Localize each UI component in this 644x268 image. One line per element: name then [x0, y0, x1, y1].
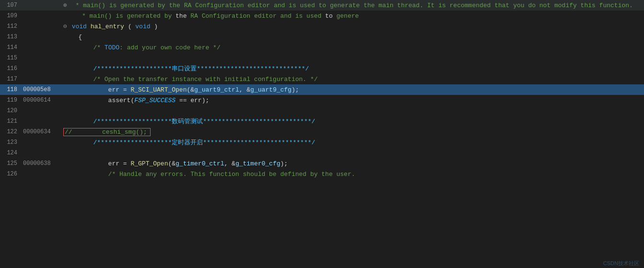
code-content-115 [61, 55, 644, 62]
line-number-115: 115 [0, 55, 23, 61]
line-number-118: 118 [0, 86, 23, 93]
chinese-digit: 数码管测试 [172, 118, 203, 125]
code-content-113: { [61, 34, 644, 41]
line-number-122: 122 [0, 128, 23, 135]
code-content-126: /* Handle any errors. This function shou… [61, 171, 644, 178]
code-content-109: * main() is generated by the RA Configur… [61, 12, 644, 20]
comment-109: * main() is generated by the RA Configur… [63, 12, 359, 20]
line-number-125: 125 [0, 160, 23, 167]
line-number-120: 120 [0, 107, 23, 114]
serial-comment-end-116: *****************************/ [197, 65, 309, 72]
chinese-timer: 定时器开启 [172, 139, 203, 146]
code-content-123: /********************定时器开启**************… [61, 138, 644, 147]
code-line-120: 120 [0, 105, 644, 116]
digit-comment-end-121: *****************************/ [203, 118, 315, 125]
code-content-117: /* Open the transfer instance with initi… [61, 76, 644, 83]
code-118-2: (& [187, 86, 194, 93]
code-line-125: 125 00000638 err = R_GPT_Open(&g_timer0_… [0, 158, 644, 169]
code-content-114: /* TODO: add your own code here */ [61, 44, 644, 51]
line-number-109: 109 [0, 12, 23, 19]
line-number-113: 113 [0, 34, 23, 40]
todo-comment-114: /* TODO: add your own code here */ [63, 44, 221, 51]
address-118: 000005e8 [23, 86, 61, 93]
param-125-1: g_timer0_ctrl [176, 160, 224, 167]
line-number-117: 117 [0, 76, 23, 82]
open-comment-117: /* Open the transfer instance with initi… [63, 76, 318, 83]
code-118-1: err = [63, 86, 130, 93]
code-line-123: 123 /********************定时器开启**********… [0, 137, 644, 148]
line-number-107: 107 [0, 2, 23, 9]
code-125-2: (& [168, 160, 176, 167]
chinese-serial: 串口设置 [172, 65, 197, 72]
param-118-2: g_uart9_cfg [250, 86, 292, 93]
fn-125: R_GPT_Open [130, 160, 168, 167]
code-content-116: /********************串口设置***************… [61, 64, 644, 73]
code-125-4: ); [281, 160, 288, 167]
code-content-122: // ceshi_smg(); [61, 128, 644, 136]
code-content-120 [61, 107, 644, 115]
type-112: void [72, 23, 91, 30]
code-125-1: err = [63, 160, 130, 167]
serial-comment-116: /******************** [63, 65, 172, 72]
line-number-112: 112 [0, 23, 23, 30]
code-119-2: == err); [176, 97, 209, 104]
code-editor: 107 ⊕ * main() is generated by the RA Co… [0, 0, 644, 268]
line-number-126: 126 [0, 171, 23, 177]
code-line-119: 119 00000614 assert(FSP_SUCCESS == err); [0, 95, 644, 105]
boxed-code-122: // ceshi_smg(); [63, 128, 151, 136]
comment-126: /* Handle any errors. This function shou… [63, 171, 355, 178]
code-line-126: 126 /* Handle any errors. This function … [0, 169, 644, 179]
code-line-116: 116 /********************串口设置***********… [0, 63, 644, 74]
type2-112: void [135, 23, 150, 30]
normal-112: ( [128, 23, 132, 30]
code-125-3: , & [224, 160, 235, 167]
code-line-114: 114 /* TODO: add your own code here */ [0, 42, 644, 53]
code-line-109: 109 * main() is generated by the RA Conf… [0, 11, 644, 21]
comment-107: * main() is generated by the RA Configur… [72, 2, 633, 9]
line-number-116: 116 [0, 65, 23, 72]
timer-comment-123: /******************** [63, 139, 172, 146]
code-119-1: assert( [63, 97, 134, 104]
line-number-114: 114 [0, 44, 23, 51]
param-118-1: g_uart9_ctrl [194, 86, 239, 93]
fn-112: hal_entry [91, 23, 124, 30]
line-number-124: 124 [0, 150, 23, 156]
code-line-107: 107 ⊕ * main() is generated by the RA Co… [0, 0, 644, 11]
code-line-122: 122 00000634 // ceshi_smg(); [0, 127, 644, 137]
code-line-112: 112 ⊖ void hal_entry ( void ) [0, 21, 644, 32]
code-content-121: /********************数码管测试**************… [61, 117, 644, 126]
watermark: CSDN技术社区 [603, 260, 639, 267]
code-content-107: ⊕ * main() is generated by the RA Config… [61, 1, 644, 9]
line-number-119: 119 [0, 97, 23, 104]
code-122-comment: // ceshi_smg(); [65, 128, 147, 136]
expand-icon-107[interactable]: ⊕ [63, 2, 67, 9]
brace-open-113: { [63, 34, 82, 41]
collapse-icon-112[interactable]: ⊖ [63, 23, 67, 30]
code-content-112: ⊖ void hal_entry ( void ) [61, 23, 644, 30]
address-125: 00000638 [23, 160, 61, 167]
line-number-121: 121 [0, 118, 23, 125]
code-line-113: 113 { [0, 32, 644, 42]
code-line-117: 117 /* Open the transfer instance with i… [0, 74, 644, 84]
code-118-4: ); [292, 86, 299, 93]
code-content-119: assert(FSP_SUCCESS == err); [61, 97, 644, 104]
code-line-121: 121 /********************数码管测试**********… [0, 116, 644, 127]
code-content-125: err = R_GPT_Open(&g_timer0_ctrl, &g_time… [61, 160, 644, 167]
code-118-3: , & [239, 86, 250, 93]
code-content-118: err = R_SCI_UART_Open(&g_uart9_ctrl, &g_… [61, 86, 644, 93]
line-number-123: 123 [0, 139, 23, 146]
param-125-2: g_timer0_cfg [235, 160, 281, 167]
code-line-124: 124 [0, 148, 644, 158]
address-122: 00000634 [23, 128, 61, 135]
timer-comment-end-123: *****************************/ [203, 139, 315, 146]
fn-118: R_SCI_UART_Open [130, 86, 187, 93]
code-content-124 [61, 150, 644, 157]
digit-comment-121: /******************** [63, 118, 172, 125]
normal2-112: ) [154, 23, 158, 30]
address-119: 00000614 [23, 97, 61, 104]
code-line-118: 118 000005e8 err = R_SCI_UART_Open(&g_ua… [0, 84, 644, 95]
code-line-115: 115 [0, 53, 644, 63]
fsp-success-119: FSP_SUCCESS [134, 97, 176, 104]
